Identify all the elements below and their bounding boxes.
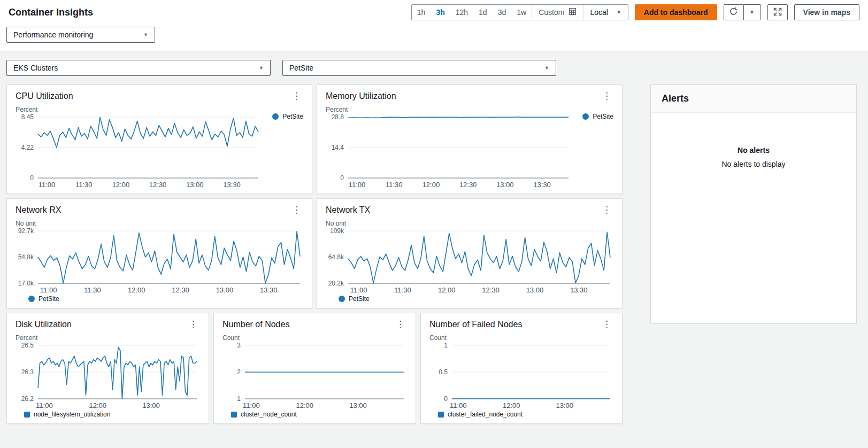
svg-text:13:30: 13:30 [570, 286, 588, 294]
svg-text:92.7k: 92.7k [18, 227, 34, 235]
svg-text:12:00: 12:00 [89, 401, 106, 410]
chart-title: Number of Failed Nodes [429, 320, 522, 329]
number-of-nodes-chart: 32111:0012:0013:00 [222, 342, 407, 410]
svg-text:26.5: 26.5 [21, 342, 34, 349]
svg-text:11:00: 11:00 [40, 286, 57, 294]
svg-text:13:00: 13:00 [216, 286, 234, 294]
svg-text:12:00: 12:00 [112, 181, 130, 189]
chart-menu-button[interactable]: ⋮ [290, 205, 303, 215]
chart-title: Memory Utilization [326, 91, 396, 101]
legend-marker [438, 412, 444, 418]
chart-title: CPU Utilization [16, 91, 73, 101]
chart-unit-label: Percent [326, 106, 613, 113]
chart-menu-button[interactable]: ⋮ [600, 91, 613, 101]
alerts-title: Alerts [651, 85, 856, 113]
legend-marker [339, 296, 345, 302]
alerts-empty-message: No alerts to display [651, 160, 856, 168]
disk-utilization-chart: 26.526.326.211:0012:0013:00 [16, 342, 200, 410]
timezone-value: Local [590, 8, 608, 17]
time-range-1h[interactable]: 1h [412, 5, 431, 20]
legend-label: PetSite [349, 295, 370, 303]
chart-legend: node_filesystem_utilization [24, 411, 200, 418]
legend-label: node_filesystem_utilization [34, 411, 110, 418]
svg-text:13:30: 13:30 [223, 181, 241, 189]
svg-text:11:00: 11:00 [36, 401, 53, 410]
view-select-value: Performance monitoring [13, 30, 93, 39]
legend-marker [272, 113, 279, 120]
chevron-down-icon: ▼ [143, 32, 148, 37]
svg-text:12:30: 12:30 [172, 286, 189, 294]
chart-legend: PetSite [582, 113, 613, 120]
chevron-down-icon: ▼ [544, 65, 549, 71]
view-in-maps-button[interactable]: View in maps [794, 4, 859, 20]
svg-text:11:30: 11:30 [75, 181, 93, 189]
time-range-3d[interactable]: 3d [493, 5, 512, 20]
chart-title: Number of Nodes [222, 320, 289, 329]
memory-utilization-chart: 28.814.4011:0011:3012:0012:3013:0013:30 [326, 113, 572, 189]
time-range-group: 1h3h12h1d3d1w [412, 5, 532, 20]
svg-text:4.22: 4.22 [21, 144, 34, 151]
time-range-3h[interactable]: 3h [431, 5, 450, 20]
svg-text:11:00: 11:00 [349, 181, 366, 189]
svg-text:12:30: 12:30 [482, 286, 500, 294]
time-range-12h[interactable]: 12h [450, 5, 473, 20]
svg-text:11:30: 11:30 [394, 286, 411, 294]
add-to-dashboard-button[interactable]: Add to dashboard [635, 4, 717, 20]
header-toolbar: 1h3h12h1d3d1w Custom Local ▼ [411, 4, 859, 20]
chart-menu-button[interactable]: ⋮ [290, 91, 303, 101]
svg-text:13:00: 13:00 [186, 181, 204, 189]
kebab-icon: ⋮ [396, 319, 405, 329]
calendar-icon [569, 7, 577, 17]
chart-title: Disk Utilization [16, 320, 72, 329]
chart-card-disk-utilization: Disk Utilization ⋮ Percent 26.526.326.21… [6, 313, 209, 424]
svg-text:11:30: 11:30 [386, 181, 403, 189]
chart-menu-button[interactable]: ⋮ [600, 205, 613, 215]
svg-text:12:30: 12:30 [459, 181, 477, 189]
chart-title: Network RX [16, 205, 61, 215]
refresh-options-button[interactable]: ▼ [744, 4, 761, 20]
chart-menu-button[interactable]: ⋮ [394, 320, 407, 329]
svg-text:0.5: 0.5 [439, 368, 448, 376]
chart-card-number-of-nodes: Number of Nodes ⋮ Count 32111:0012:0013:… [213, 313, 416, 424]
svg-text:109k: 109k [330, 227, 344, 235]
svg-text:12:00: 12:00 [503, 401, 520, 410]
svg-text:11:00: 11:00 [243, 401, 260, 410]
cluster-type-select[interactable]: EKS Clusters ▼ [6, 60, 271, 76]
svg-text:54.8k: 54.8k [18, 253, 34, 261]
refresh-button[interactable] [724, 4, 744, 20]
network-rx-chart: 92.7k54.8k17.0k11:0011:3012:0012:3013:00… [16, 227, 303, 295]
time-range-control: 1h3h12h1d3d1w Custom Local ▼ [411, 4, 628, 20]
legend-label: PetSite [39, 295, 59, 303]
time-range-1d[interactable]: 1d [473, 5, 493, 20]
chart-card-cpu-utilization: CPU Utilization ⋮ Percent 8.454.22011:00… [6, 84, 312, 194]
chart-menu-button[interactable]: ⋮ [187, 320, 200, 329]
cluster-select[interactable]: PetSite ▼ [282, 60, 556, 76]
svg-text:13:30: 13:30 [260, 286, 278, 294]
time-range-1w[interactable]: 1w [511, 5, 532, 20]
chart-unit-label: No unit [326, 220, 613, 227]
svg-text:14.4: 14.4 [332, 144, 344, 151]
svg-text:0: 0 [30, 174, 34, 182]
svg-text:0: 0 [444, 395, 448, 403]
fullscreen-button[interactable] [767, 4, 788, 20]
timezone-select[interactable]: Local ▼ [583, 5, 627, 20]
svg-text:64.8k: 64.8k [328, 253, 344, 261]
svg-text:12:00: 12:00 [128, 286, 145, 294]
svg-text:11:00: 11:00 [450, 401, 467, 410]
page-header: Container Insights 1h3h12h1d3d1w Custom [0, 0, 868, 51]
view-select[interactable]: Performance monitoring ▼ [6, 27, 155, 43]
chart-menu-button[interactable]: ⋮ [600, 320, 613, 329]
svg-text:12:00: 12:00 [423, 181, 440, 189]
svg-text:13:00: 13:00 [556, 401, 574, 410]
custom-time-range-button[interactable]: Custom [532, 5, 583, 20]
svg-text:11:00: 11:00 [350, 286, 367, 294]
svg-text:12:30: 12:30 [149, 181, 167, 189]
svg-text:2: 2 [237, 368, 241, 376]
legend-marker [24, 412, 30, 418]
chart-unit-label: No unit [16, 220, 303, 227]
legend-label: cluster_failed_node_count [448, 411, 523, 418]
chart-card-number-of-failed-nodes: Number of Failed Nodes ⋮ Count 10.5011:0… [420, 313, 623, 424]
chevron-down-icon: ▼ [617, 10, 621, 15]
kebab-icon: ⋮ [292, 91, 301, 101]
chart-legend: cluster_node_count [231, 411, 407, 418]
